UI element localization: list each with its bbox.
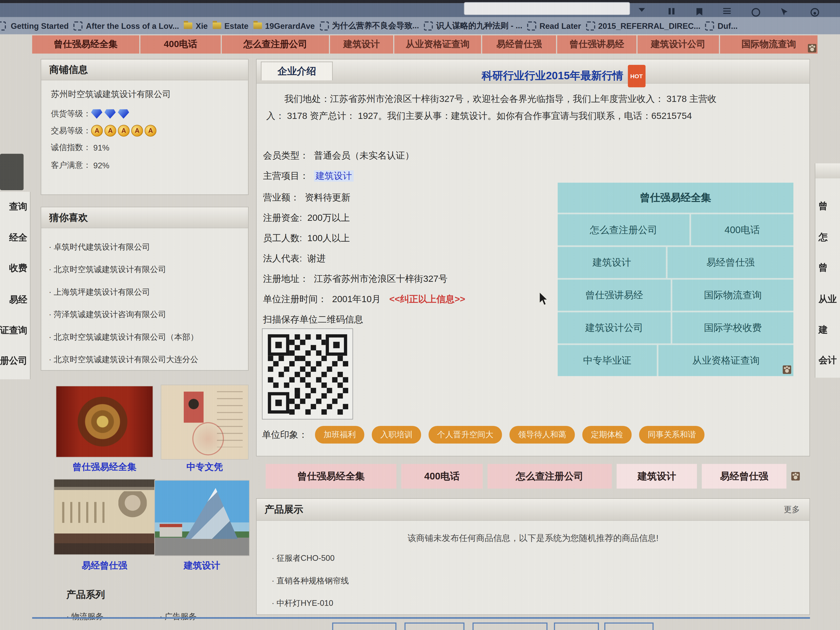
tab-company-intro[interactable]: 企业介绍 (261, 62, 333, 80)
url-search-input[interactable] (464, 2, 630, 15)
gallery-caption-link[interactable]: 建筑设计 (155, 559, 250, 572)
nav-link[interactable]: 怎么查注册公司 (488, 464, 612, 489)
link-table-header[interactable]: 曾仕强易经全集 (558, 183, 793, 213)
nav-link[interactable]: 400电话 (401, 464, 483, 489)
footer-box[interactable] (332, 622, 396, 630)
table-link[interactable]: 从业资格证查询 (658, 345, 793, 376)
bookmark-item[interactable]: 为什么营养不良会导致... (320, 21, 419, 31)
browser-toolbar (0, 3, 840, 17)
bookmark-icon[interactable] (696, 8, 702, 16)
nav-link[interactable]: 易经曾仕强 (702, 464, 786, 489)
cut-link[interactable]: 曾 (819, 262, 827, 274)
nav-link[interactable]: 建筑设计 (617, 464, 697, 489)
nav-link[interactable]: 从业资格证查询 (394, 35, 481, 54)
dropdown-caret-icon[interactable] (638, 8, 645, 12)
footer-box[interactable] (404, 622, 464, 630)
reading-list-icon[interactable] (723, 8, 731, 14)
guess-you-like-panel: 猜你喜欢 卓筑时代建筑设计有限公司 北京时空筑诚建筑设计有限公司 上海筑坪建筑设… (41, 207, 249, 371)
cut-link[interactable]: 怎 (819, 231, 827, 243)
impression-tag[interactable]: 领导待人和蔼 (510, 426, 575, 444)
bookmark-item[interactable]: 2015_REFERRAL_DIREC... (586, 21, 700, 30)
cut-link[interactable]: 证查询 (0, 324, 27, 336)
small-house (159, 524, 182, 537)
nav-link[interactable]: 易经曾仕强 (482, 35, 556, 54)
page-icon (705, 21, 714, 30)
recommended-product-link[interactable]: 征服者CHO-500 (272, 553, 335, 564)
cut-link[interactable]: 会计 (819, 354, 837, 366)
nav-link[interactable]: 建筑设计 (330, 35, 393, 54)
recommended-product-link[interactable]: 直销各种规格钢帘线 (272, 576, 349, 586)
nav-link[interactable]: 曾仕强易经全集 (265, 464, 396, 489)
related-company-link[interactable]: 北京时空筑诚建筑设计有限公司（本部） (49, 326, 242, 348)
table-link[interactable]: 怎么查注册公司 (558, 215, 690, 246)
account-icon[interactable] (811, 8, 819, 16)
table-link[interactable]: 建筑设计公司 (558, 313, 671, 344)
related-company-link[interactable]: 北京时空筑诚建筑设计有限公司大连分公 (49, 348, 242, 371)
gallery-caption-link[interactable]: 易经曾仕强 (54, 559, 155, 572)
table-link[interactable]: 中专毕业证 (558, 345, 657, 376)
gallery-caption-link[interactable]: 中专文凭 (161, 461, 248, 473)
nav-link[interactable]: 曾仕强易经全集 (32, 35, 139, 54)
gallery-image[interactable] (155, 480, 250, 556)
cut-link[interactable]: 曾 (819, 200, 827, 212)
bookmark-item[interactable]: 识人谋略的九种法则 - ... (424, 21, 523, 31)
download-icon[interactable] (752, 8, 760, 16)
impression-tag[interactable]: 定期体检 (583, 426, 632, 444)
bookmark-folder[interactable]: Xie (184, 21, 208, 30)
related-company-link[interactable]: 菏泽筑诚建筑设计咨询有限公司 (49, 303, 242, 325)
speaker-face (118, 491, 147, 524)
impression-tag[interactable]: 同事关系和谐 (639, 426, 704, 444)
main-project-link[interactable]: 建筑设计 (314, 171, 354, 182)
footer-box[interactable] (472, 622, 547, 630)
related-company-link[interactable]: 北京时空筑诚建筑设计有限公司 (49, 258, 242, 281)
cut-link[interactable]: 收费 (9, 262, 27, 274)
footer-box[interactable] (554, 622, 599, 630)
bookmark-item[interactable]: Read Later (527, 21, 581, 30)
table-link[interactable]: 400电话 (691, 215, 793, 246)
gallery-image[interactable] (161, 385, 248, 459)
related-company-link[interactable]: 上海筑坪建筑设计有限公司 (49, 281, 242, 303)
bookmark-item[interactable]: After the Loss of a Lov... (74, 21, 179, 30)
table-link[interactable]: 建筑设计 (558, 247, 666, 278)
paw-icon (783, 365, 791, 374)
cut-link[interactable]: 从业 (819, 293, 837, 305)
nav-link[interactable]: 400电话 (140, 35, 221, 54)
bookmark-folder[interactable]: 19GerardAve (253, 21, 315, 30)
company-name: 苏州时空筑诚建筑设计有限公司 (51, 89, 238, 100)
bookmark-item[interactable]: Getting Started (11, 21, 69, 30)
table-link[interactable]: 国际物流查询 (672, 280, 793, 311)
cut-link[interactable]: 经全 (9, 231, 27, 244)
table-link[interactable]: 国际学校收费 (672, 313, 793, 344)
more-link[interactable]: 更多 (784, 499, 809, 520)
pointer-share-icon[interactable] (781, 8, 788, 16)
impression-tags: 单位印象： 加班福利 入职培训 个人晋升空间大 领导待人和蔼 定期体检 同事关系… (262, 426, 704, 444)
page-icon (320, 21, 328, 30)
nav-link[interactable]: 国际物流查询 (720, 35, 818, 54)
gallery-caption-link[interactable]: 曾仕强易经全集 (55, 461, 153, 473)
cut-link[interactable]: 册公司 (0, 355, 27, 367)
bookmark-item[interactable]: Duf... (705, 21, 737, 30)
cut-link[interactable]: 易经 (9, 294, 27, 306)
gallery-image[interactable] (55, 386, 153, 458)
industry-headline-link[interactable]: 科研行业行业2015年最新行情HOT (482, 65, 645, 87)
impression-tag[interactable]: 加班福利 (315, 426, 365, 444)
recommended-product-link[interactable]: 中杆灯HYE-010 (272, 598, 333, 609)
cut-link[interactable]: 查询 (9, 201, 27, 213)
qr-finder (268, 392, 289, 414)
impression-tag[interactable]: 入职培训 (372, 426, 421, 444)
nav-link[interactable]: 曾仕强讲易经 (557, 35, 636, 54)
nav-link[interactable]: 建筑设计公司 (638, 35, 719, 54)
table-link[interactable]: 曾仕强讲易经 (558, 280, 671, 311)
correction-link[interactable]: <<纠正以上信息>> (389, 294, 465, 305)
footer-box[interactable] (604, 622, 654, 630)
series-item-link[interactable]: 物流服务 (66, 612, 103, 622)
gallery-image[interactable] (54, 479, 155, 555)
series-item-link[interactable]: 广告服务 (159, 612, 197, 622)
related-company-link[interactable]: 卓筑时代建筑设计有限公司 (49, 236, 242, 258)
impression-tag[interactable]: 个人晋升空间大 (428, 426, 502, 444)
table-link[interactable]: 易经曾仕强 (668, 247, 793, 278)
cut-link[interactable]: 建 (819, 324, 827, 336)
pause-icon[interactable] (669, 8, 671, 14)
nav-link[interactable]: 怎么查注册公司 (222, 35, 329, 54)
bookmark-folder[interactable]: Estate (213, 21, 249, 30)
